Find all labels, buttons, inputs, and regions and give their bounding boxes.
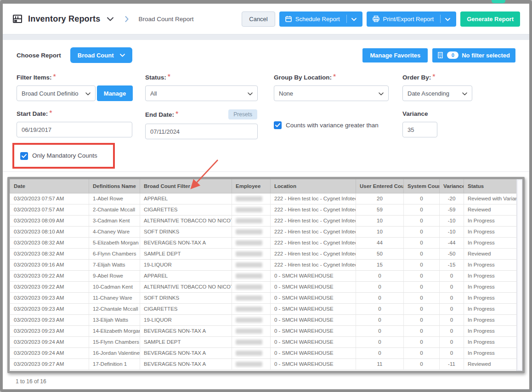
cell: In Progress	[464, 270, 517, 281]
status-select[interactable]: All	[145, 85, 258, 101]
column-header-variance[interactable]: Variance	[440, 179, 464, 193]
variance-input[interactable]	[402, 122, 437, 137]
table-row[interactable]: 03/20/2023 09:23 AM13-Elijah Watts19-LIQ…	[10, 314, 517, 325]
cell: 19-LIQUOR	[140, 259, 232, 270]
table-row[interactable]: 03/20/2023 09:16 AM7-Elijah Watts19-LIQU…	[10, 259, 517, 270]
chevron-down-icon[interactable]	[107, 17, 113, 21]
cell: Reviewed	[464, 358, 517, 369]
cell: 17-Definition 1	[89, 358, 140, 369]
print-export-report-button[interactable]: Print/Export Report	[367, 11, 457, 27]
cell-employee-redacted	[232, 325, 271, 336]
report-results-section: DateDefinitions NameBroad Count FilterEm…	[3, 171, 529, 385]
cell: 222 - Hiren test loc - Cygnet Infotech	[271, 237, 356, 248]
cell: 0	[404, 215, 440, 226]
cell: 0	[404, 347, 440, 358]
table-row[interactable]: 03/20/2023 08:32 AM6-Flynn ChambersSAMPL…	[10, 248, 517, 259]
cell: 44	[356, 237, 404, 248]
only-mandatory-counts-label: Only Mandatory Counts	[32, 152, 97, 160]
cell: In Progress	[464, 281, 517, 292]
app-window: Inventory Reports Broad Count Report Can…	[0, 0, 532, 392]
cell-employee-redacted	[232, 292, 271, 303]
report-type-dropdown[interactable]: Broad Count	[70, 47, 133, 63]
cell: 0	[440, 325, 464, 336]
cell-employee-redacted	[232, 314, 271, 325]
cell: -11	[440, 358, 464, 369]
table-row[interactable]: 03/20/2023 09:24 AM15-Flynn ChambersSAMP…	[10, 336, 517, 347]
schedule-report-button[interactable]: Schedule Report	[279, 11, 362, 27]
group-by-location-select[interactable]: None	[274, 85, 389, 101]
cell: 0	[404, 237, 440, 248]
cell: 0 - SMCH WAREHOUSE	[271, 303, 356, 314]
cell: BEVERAGES NON-TAX A	[140, 347, 232, 358]
variance-greater-checkbox[interactable]	[274, 121, 282, 129]
redacted-blur	[236, 307, 262, 312]
redacted-blur	[236, 229, 262, 234]
table-row[interactable]: 03/20/2023 09:24 AM16-Jordan ValentineBE…	[10, 347, 517, 358]
table-row[interactable]: 03/20/2023 09:22 AM9-Abel RoweAPPAREL0 -…	[10, 270, 517, 281]
cell: In Progress	[464, 237, 517, 248]
cell: 0 - SMCH WAREHOUSE	[271, 325, 356, 336]
report-table: DateDefinitions NameBroad Count FilterEm…	[10, 179, 516, 370]
column-header-system-count[interactable]: System Count	[404, 179, 440, 193]
end-date-label: End Date:	[145, 111, 174, 118]
order-by-select[interactable]: Date Ascending	[402, 85, 472, 101]
cell: 7-Elijah Watts	[89, 259, 140, 270]
scrollbar-thumb[interactable]	[518, 180, 521, 370]
button-divider	[346, 15, 347, 23]
cell: 0	[404, 226, 440, 237]
cell: 12-Chantale Mccall	[89, 303, 140, 314]
cell: 11-Chaney Ware	[89, 292, 140, 303]
column-header-definitions-name[interactable]: Definitions Name	[89, 179, 140, 193]
cell: Reviewed	[464, 204, 517, 215]
presets-button[interactable]: Presets	[228, 109, 257, 119]
filter-items-select[interactable]: Broad Count Definitio	[17, 85, 96, 101]
generate-report-button[interactable]: Generate Report	[460, 11, 520, 27]
chevron-down-icon[interactable]	[445, 16, 450, 23]
start-date-input[interactable]	[17, 122, 132, 137]
column-header-user-entered-count[interactable]: User Entered Count	[356, 179, 404, 193]
table-scrollbar[interactable]	[516, 179, 522, 371]
cell: 0	[440, 270, 464, 281]
manage-definitions-button[interactable]: Manage	[97, 85, 133, 101]
table-row[interactable]: 03/20/2023 07:57 AM2-Chantale MccallCIGA…	[10, 204, 517, 215]
table-row[interactable]: 03/20/2023 09:23 AM12-Chantale MccallCIG…	[10, 303, 517, 314]
table-row[interactable]: 03/20/2023 09:23 AM11-Chaney WareSOFT DR…	[10, 292, 517, 303]
cancel-button[interactable]: Cancel	[242, 11, 275, 27]
breadcrumb: Inventory Reports Broad Count Report	[12, 13, 194, 24]
table-row[interactable]: 03/20/2023 09:23 AM14-Elizabeth MorganBE…	[10, 325, 517, 336]
cell: ALTERNATIVE TOBACCO NO NICOTINE	[140, 215, 232, 226]
cell: 6-Flynn Chambers	[89, 248, 140, 259]
cell: 13-Elijah Watts	[89, 314, 140, 325]
only-mandatory-counts-checkbox[interactable]	[20, 152, 28, 160]
cell: 9-Abel Rowe	[89, 270, 140, 281]
location-filter-button[interactable]: 0 No filter selected	[432, 48, 515, 62]
cell: 4-Chaney Ware	[89, 226, 140, 237]
table-row[interactable]: 03/20/2023 08:32 AM5-Elizabeth MorganBEV…	[10, 237, 517, 248]
table-row[interactable]: 03/20/2023 09:22 AM10-Cadman KentALTERNA…	[10, 281, 517, 292]
table-row[interactable]: 03/20/2023 07:57 AM1-Abel RoweAPPAREL222…	[10, 193, 517, 204]
cell: 59	[356, 204, 404, 215]
cell-employee-redacted	[232, 248, 271, 259]
column-header-date[interactable]: Date	[10, 179, 89, 193]
redacted-blur	[236, 251, 262, 256]
table-row[interactable]: 03/20/2023 08:10 AM4-Chaney WareSOFT DRI…	[10, 226, 517, 237]
filter-items-label: Filter Items:	[17, 74, 52, 81]
column-header-broad-count-filter[interactable]: Broad Count Filter	[140, 179, 232, 193]
chevron-down-icon	[462, 90, 467, 97]
cell: ALTERNATIVE TOBACCO NO NICOTINE	[140, 281, 232, 292]
table-header-row: DateDefinitions NameBroad Count FilterEm…	[10, 179, 517, 193]
table-row[interactable]: 03/20/2023 08:09 AM3-Cadman KentALTERNAT…	[10, 215, 517, 226]
column-header-employee[interactable]: Employee	[232, 179, 271, 193]
table-row[interactable]: 03/20/2023 09:27 AM17-Definition 1BEVERA…	[10, 358, 517, 369]
cell: In Progress	[464, 325, 517, 336]
page-title: Inventory Reports	[28, 14, 100, 24]
cell: 03/20/2023 09:23 AM	[10, 325, 89, 336]
cell: 03/20/2023 08:10 AM	[10, 226, 89, 237]
cell: 0	[440, 303, 464, 314]
end-date-input[interactable]	[145, 124, 258, 139]
column-header-status[interactable]: Status	[464, 179, 517, 193]
chevron-down-icon[interactable]	[351, 16, 357, 23]
manage-favorites-button[interactable]: Manage Favorites	[362, 48, 428, 62]
cell: 0	[404, 325, 440, 336]
column-header-location[interactable]: Location	[271, 179, 356, 193]
